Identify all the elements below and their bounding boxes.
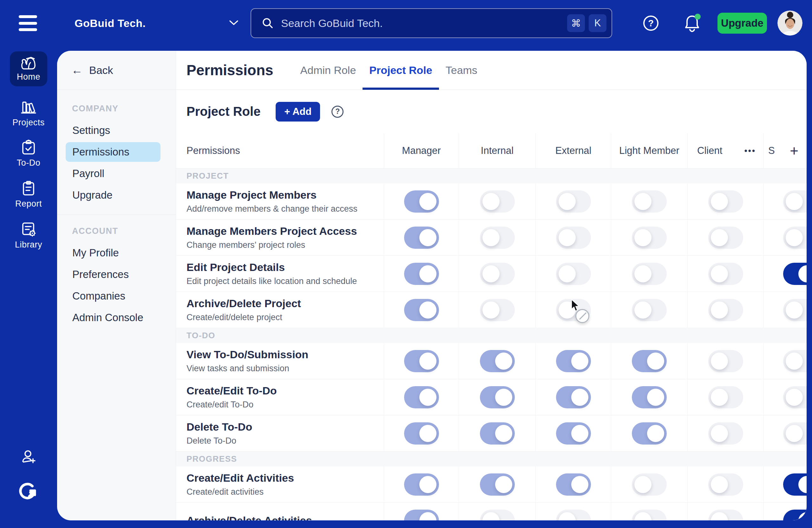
- invite-user-button[interactable]: [0, 448, 57, 466]
- notifications-bell-icon[interactable]: [684, 14, 700, 32]
- toggle-internal[interactable]: [480, 422, 515, 444]
- more-columns-icon[interactable]: •••: [744, 146, 756, 156]
- toggle-extra[interactable]: [783, 190, 807, 213]
- help-icon[interactable]: ?: [643, 16, 658, 31]
- toggle-internal[interactable]: [480, 350, 515, 372]
- toggle-internal[interactable]: [480, 473, 515, 496]
- toggle-external[interactable]: [556, 510, 591, 521]
- toggle-extra[interactable]: [783, 350, 807, 372]
- toggle-light-member[interactable]: [632, 350, 667, 372]
- clipped-column-label: S: [768, 145, 775, 156]
- toggle-knob: [634, 229, 652, 246]
- toggle-knob: [711, 265, 728, 282]
- toggle-internal[interactable]: [480, 263, 515, 285]
- toggle-internal[interactable]: [480, 510, 515, 521]
- toggle-light-member[interactable]: [632, 227, 667, 249]
- toggle-knob: [419, 193, 436, 210]
- toggle-manager[interactable]: [404, 510, 439, 521]
- toggle-knob: [419, 425, 436, 442]
- toggle-extra[interactable]: [783, 473, 807, 496]
- toggle-extra[interactable]: [783, 299, 807, 321]
- toggle-knob: [634, 301, 652, 318]
- upgrade-button[interactable]: Upgrade: [717, 13, 767, 34]
- tab-teams[interactable]: Teams: [439, 51, 484, 89]
- toggle-external[interactable]: [556, 299, 591, 321]
- toggle-manager[interactable]: [404, 299, 439, 321]
- toggle-client[interactable]: [708, 190, 743, 213]
- toggle-knob: [495, 425, 512, 442]
- toggle-external[interactable]: [556, 350, 591, 372]
- sidebar-item-preferences[interactable]: Preferences: [66, 265, 160, 284]
- toggle-light-member[interactable]: [632, 263, 667, 285]
- sidebar-item-companies[interactable]: Companies: [66, 286, 160, 306]
- toggle-external[interactable]: [556, 422, 591, 444]
- toggle-client[interactable]: [708, 422, 743, 444]
- toggle-manager[interactable]: [404, 263, 439, 285]
- toggle-light-member[interactable]: [632, 422, 667, 444]
- toggle-external[interactable]: [556, 263, 591, 285]
- sidebar-item-report[interactable]: Report: [0, 180, 57, 209]
- sidebar-item-permissions[interactable]: Permissions: [66, 142, 160, 162]
- toggle-cell-manager: [384, 379, 459, 415]
- sidebar-item-home[interactable]: Home: [10, 52, 47, 86]
- role-help-icon[interactable]: ?: [332, 106, 344, 118]
- gobuid-logo[interactable]: [0, 482, 57, 502]
- permission-label-cell: View To-Do/SubmissionView tasks and subm…: [176, 343, 384, 379]
- toggle-external[interactable]: [556, 190, 591, 213]
- toggle-client[interactable]: [708, 473, 743, 496]
- toggle-internal[interactable]: [480, 299, 515, 321]
- chevron-down-icon[interactable]: [229, 20, 238, 26]
- toggle-manager[interactable]: [404, 350, 439, 372]
- toggle-extra[interactable]: [783, 386, 807, 409]
- global-search[interactable]: ⌘ K: [250, 8, 612, 38]
- toggle-manager[interactable]: [404, 422, 439, 444]
- toggle-client[interactable]: [708, 350, 743, 372]
- user-avatar[interactable]: [778, 11, 802, 35]
- toggle-extra[interactable]: [783, 263, 807, 285]
- toggle-manager[interactable]: [404, 227, 439, 249]
- toggle-knob: [711, 193, 728, 210]
- toggle-light-member[interactable]: [632, 386, 667, 409]
- toggle-client[interactable]: [708, 263, 743, 285]
- toggle-manager[interactable]: [404, 473, 439, 496]
- toggle-external[interactable]: [556, 386, 591, 409]
- sidebar-item-admin-console[interactable]: Admin Console: [66, 308, 160, 327]
- toggle-internal[interactable]: [480, 227, 515, 249]
- add-column-icon[interactable]: +: [790, 143, 798, 158]
- toggle-client[interactable]: [708, 299, 743, 321]
- sidebar-item-library[interactable]: Library: [0, 221, 57, 250]
- sidebar-item-payroll[interactable]: Payroll: [66, 164, 160, 183]
- sidebar-item-todo[interactable]: To-Do: [0, 139, 57, 168]
- company-name[interactable]: GoBuid Tech.: [74, 17, 146, 29]
- toggle-client[interactable]: [708, 386, 743, 409]
- permission-title: Create/Edit Activities: [187, 472, 384, 484]
- toggle-manager[interactable]: [404, 386, 439, 409]
- toggle-light-member[interactable]: [632, 473, 667, 496]
- add-role-button[interactable]: + Add: [276, 102, 320, 122]
- tab-admin-role[interactable]: Admin Role: [294, 51, 363, 89]
- sidebar-item-my-profile[interactable]: My Profile: [66, 243, 160, 263]
- back-button[interactable]: ← Back: [57, 51, 176, 90]
- settings-sidebar: ← Back COMPANY Settings Permissions Payr…: [57, 51, 176, 520]
- toggle-light-member[interactable]: [632, 510, 667, 521]
- toggle-internal[interactable]: [480, 386, 515, 409]
- toggle-internal[interactable]: [480, 190, 515, 213]
- toggle-client[interactable]: [708, 510, 743, 521]
- tab-project-role[interactable]: Project Role: [363, 51, 439, 89]
- toggle-light-member[interactable]: [632, 190, 667, 213]
- sidebar-item-upgrade[interactable]: Upgrade: [66, 185, 160, 205]
- hamburger-menu-icon[interactable]: [19, 15, 37, 31]
- toggle-external[interactable]: [556, 473, 591, 496]
- toggle-extra[interactable]: [783, 422, 807, 444]
- toggle-extra[interactable]: [783, 510, 807, 521]
- toggle-manager[interactable]: [404, 190, 439, 213]
- toggle-extra[interactable]: [783, 227, 807, 249]
- search-input[interactable]: [281, 17, 563, 29]
- toggle-light-member[interactable]: [632, 299, 667, 321]
- toggle-client[interactable]: [708, 227, 743, 249]
- sidebar-item-projects[interactable]: Projects: [0, 100, 57, 128]
- toggle-cell-extra: [764, 467, 807, 502]
- permission-title: Archive/Delete Project: [187, 297, 384, 310]
- toggle-external[interactable]: [556, 227, 591, 249]
- sidebar-item-settings[interactable]: Settings: [66, 120, 160, 140]
